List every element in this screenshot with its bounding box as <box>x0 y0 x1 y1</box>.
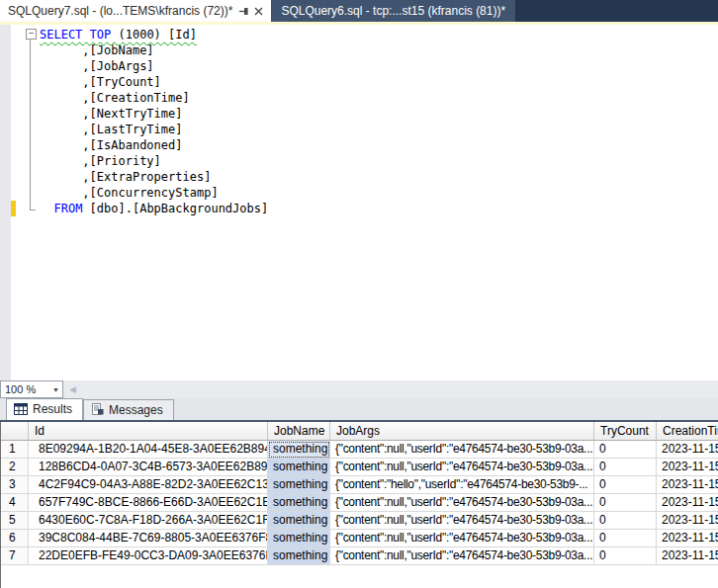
grid-cell[interactable]: something <box>268 476 330 494</box>
grid-cell[interactable]: 2023-11-15 <box>657 512 718 530</box>
grid-cell[interactable]: 2023-11-15 <box>657 530 718 547</box>
code-line[interactable]: ,[ConcurrencyStamp] <box>0 185 718 201</box>
grid-cell[interactable]: 0 <box>594 476 657 494</box>
code-line[interactable]: FROM [dbo].[AbpBackgroundJobs] <box>0 201 718 216</box>
grid-cell[interactable]: 2023-11-15 <box>657 476 718 494</box>
grid-cell[interactable]: 2023-11-15 <box>657 494 718 512</box>
grid-cell[interactable]: 2023-11-15 <box>657 547 718 565</box>
row-header[interactable]: 6 <box>1 530 29 547</box>
grid-cell[interactable]: {"content":"hello","userId":"e4764574-be… <box>330 476 594 494</box>
code-line[interactable]: ,[IsAbandoned] <box>0 137 718 153</box>
close-icon[interactable] <box>254 7 263 16</box>
grid-cell[interactable]: {"content":null,"userId":"e4764574-be30-… <box>330 459 594 476</box>
code-line[interactable]: ,[NextTryTime] <box>0 106 718 122</box>
grid-cell[interactable]: 6430E60C-7C8A-F18D-266A-3A0EE62C1F19 <box>29 512 268 530</box>
grid-cell[interactable]: something <box>268 547 330 565</box>
column-header-creationtime[interactable]: CreationTime <box>657 422 718 441</box>
tab-sqlquery7-label: SQLQuery7.sql - (lo...TEMS\kfrancis (72)… <box>8 4 232 18</box>
grid-cell[interactable]: 0 <box>594 547 657 565</box>
row-header[interactable]: 5 <box>1 512 29 530</box>
tab-sqlquery6[interactable]: SQLQuery6.sql - tcp:...st15 (kfrancis (8… <box>271 0 515 22</box>
code-line[interactable]: ,[Priority] <box>0 153 718 169</box>
grid-cell[interactable]: 0 <box>594 459 657 476</box>
grid-cell[interactable]: something <box>268 530 330 547</box>
column-header-id[interactable]: Id <box>29 422 268 441</box>
row-header[interactable]: 7 <box>1 547 29 565</box>
grid-cell[interactable]: 0 <box>594 512 657 530</box>
document-tabbar: SQLQuery7.sql - (lo...TEMS\kfrancis (72)… <box>0 0 718 22</box>
code-line[interactable]: ,[LastTryTime] <box>0 122 718 137</box>
pin-icon[interactable] <box>239 6 249 17</box>
row-header[interactable]: 1 <box>1 441 29 459</box>
results-pane-tabbar: Results Messages <box>0 398 718 422</box>
row-header[interactable]: 2 <box>1 459 29 476</box>
tab-sqlquery6-label: SQLQuery6.sql - tcp:...st15 (kfrancis (8… <box>281 4 505 18</box>
grid-cell[interactable]: 0 <box>594 530 657 547</box>
row-header[interactable]: 4 <box>1 494 29 512</box>
grid-cell[interactable]: something <box>268 512 330 530</box>
change-tracking-bar <box>11 201 16 216</box>
code-line[interactable]: ,[TryCount] <box>0 74 718 90</box>
grid-cell[interactable]: 39C8C084-44BE-7C69-8805-3A0EE6376F8B <box>29 530 268 547</box>
grid-corner-header[interactable] <box>1 422 29 441</box>
grid-cell[interactable]: 0 <box>594 494 657 512</box>
grid-cell[interactable]: 128B6CD4-0A07-3C4B-6573-3A0EE62B894A <box>29 459 268 476</box>
tab-messages-label: Messages <box>109 403 163 417</box>
grid-cell[interactable]: {"content":null,"userId":"e4764574-be30-… <box>330 512 594 530</box>
messages-icon <box>91 403 104 416</box>
grid-cell[interactable]: {"content":null,"userId":"e4764574-be30-… <box>330 494 594 512</box>
code-lines: SELECT TOP (1000) [Id] ,[JobName] ,[JobA… <box>0 27 718 216</box>
column-header-trycount[interactable]: TryCount <box>594 422 657 441</box>
scroll-left-icon[interactable]: ◀ <box>65 384 76 394</box>
zoom-level-combo[interactable]: 100 % ▼ <box>0 380 63 398</box>
row-header[interactable]: 3 <box>1 476 29 494</box>
grid-cell[interactable]: 2023-11-15 <box>657 459 718 476</box>
grid-cell[interactable]: 8E09294A-1B20-1A04-45E8-3A0EE62B894A <box>29 441 268 459</box>
code-line[interactable]: SELECT TOP (1000) [Id] <box>0 27 718 42</box>
code-line[interactable]: ,[JobArgs] <box>0 58 718 74</box>
grid-cell[interactable]: 0 <box>594 441 657 459</box>
grid-cell[interactable]: {"content":null,"userId":"e4764574-be30-… <box>330 441 594 459</box>
editor-bottom-bar: 100 % ▼ ◀ <box>0 380 718 398</box>
grid-cell[interactable]: {"content":null,"userId":"e4764574-be30-… <box>330 530 594 547</box>
results-grid: IdJobNameJobArgsTryCountCreationTime18E0… <box>0 422 718 588</box>
horizontal-scrollbar[interactable]: ◀ <box>65 380 718 398</box>
grid-cell[interactable]: 657F749C-8BCE-8866-E66D-3A0EE62C1EE8 <box>29 494 268 512</box>
code-line[interactable]: ,[JobName] <box>0 42 718 58</box>
results-grid-inner: IdJobNameJobArgsTryCountCreationTime18E0… <box>1 422 718 565</box>
grid-cell[interactable]: 4C2F94C9-04A3-A88E-82D2-3A0EE62C13A4 <box>29 476 268 494</box>
chevron-down-icon[interactable]: ▼ <box>49 386 62 393</box>
column-header-jobargs[interactable]: JobArgs <box>330 422 594 441</box>
ssms-window: SQLQuery7.sql - (lo...TEMS\kfrancis (72)… <box>0 0 718 588</box>
results-grid-icon <box>14 403 28 415</box>
grid-cell[interactable]: something <box>268 459 330 476</box>
code-line[interactable]: ,[CreationTime] <box>0 90 718 106</box>
tab-sqlquery7[interactable]: SQLQuery7.sql - (lo...TEMS\kfrancis (72)… <box>0 0 271 22</box>
grid-cell[interactable]: 22DE0EFB-FE49-0CC3-DA09-3A0EE6376F8B <box>29 547 268 565</box>
code-line[interactable]: ,[ExtraProperties] <box>0 169 718 185</box>
grid-cell[interactable]: something <box>268 494 330 512</box>
syntax-squiggle: SELECT TOP (1000) [Id] <box>40 28 197 42</box>
sql-editor[interactable]: − SELECT TOP (1000) [Id] ,[JobName] ,[Jo… <box>0 25 718 380</box>
column-header-jobname[interactable]: JobName <box>268 422 330 441</box>
tab-results[interactable]: Results <box>6 398 83 420</box>
tab-results-label: Results <box>33 402 72 416</box>
grid-cell[interactable]: something <box>268 441 330 459</box>
grid-cell[interactable]: 2023-11-15 <box>657 441 718 459</box>
tab-messages[interactable]: Messages <box>83 399 174 420</box>
zoom-level-value: 100 % <box>1 383 49 395</box>
grid-cell[interactable]: {"content":null,"userId":"e4764574-be30-… <box>330 547 594 565</box>
